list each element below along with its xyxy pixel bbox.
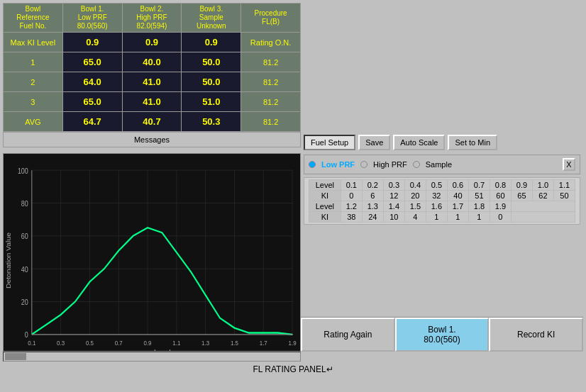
bottom-buttons: Rating Again Bowl 1.80.0(560) Record KI: [301, 317, 583, 352]
auto-scale-button[interactable]: Auto Scale: [393, 135, 445, 150]
ki-0-1: 0: [341, 191, 362, 201]
radio-group: Low PRF High PRF Sample X: [304, 155, 580, 174]
row3-bowl3: 51.0: [182, 92, 241, 112]
control-spacer: [301, 226, 583, 317]
svg-text:1.1: 1.1: [172, 339, 180, 347]
level-0-2: 0.2: [362, 180, 383, 191]
radio-indicator-high: [360, 161, 367, 168]
level-0-9: 0.9: [511, 180, 532, 191]
row3-rating: 81.2: [241, 92, 301, 112]
record-ki-button[interactable]: Record KI: [489, 318, 583, 352]
level-0-4: 0.4: [404, 180, 426, 191]
chart-area: 100 80 60 40 20 0 0.1 0.3 0.5 0.7 0.9 1.…: [3, 153, 301, 352]
col-header-reference: BowlReferenceFuel No.: [4, 4, 63, 33]
level-1-0: 1.0: [532, 180, 553, 191]
row3-bowl1: 65.0: [62, 92, 122, 112]
ki-table-section: Level 0.1 0.2 0.3 0.4 0.5 0.6 0.7 0.8 0.…: [304, 177, 580, 225]
svg-text:1.3: 1.3: [201, 339, 209, 347]
ki-0-9: 65: [511, 191, 532, 201]
main-container: BowlReferenceFuel No. Bowl 1.Low PRF80.0…: [0, 0, 586, 380]
close-button[interactable]: X: [563, 158, 575, 171]
row3-label: 3: [4, 92, 63, 112]
bottom-section: 100 80 60 40 20 0 0.1 0.3 0.5 0.7 0.9 1.…: [3, 153, 583, 352]
col-header-bowl2: Bowl 2.High PRF82.0(594): [122, 4, 182, 33]
avg-bowl1: 64.7: [62, 112, 122, 132]
data-table: BowlReferenceFuel No. Bowl 1.Low PRF80.0…: [3, 3, 301, 132]
set-to-min-button[interactable]: Set to Min: [448, 135, 497, 150]
save-button[interactable]: Save: [358, 135, 390, 150]
ki-table: Level 0.1 0.2 0.3 0.4 0.5 0.6 0.7 0.8 0.…: [309, 179, 575, 223]
ki-0-4: 20: [404, 191, 426, 201]
ki-label-2: KI: [309, 212, 341, 223]
row1-bowl3: 50.0: [182, 52, 241, 72]
level-1-6: 1.6: [426, 201, 447, 212]
col-header-procedure: ProcedureFL(B): [241, 4, 301, 33]
svg-text:0.3: 0.3: [57, 339, 65, 347]
level-0-6: 0.6: [447, 180, 468, 191]
messages-right-spacer: Fuel Setup Save Auto Scale Set to Min: [301, 132, 583, 153]
max-ki-bowl3: 0.9: [182, 33, 241, 52]
ki-0-2: 6: [362, 191, 383, 201]
level-1-9: 1.9: [490, 201, 511, 212]
ki-1-9: 0: [490, 212, 511, 223]
max-ki-bowl1: 0.9: [62, 33, 122, 52]
level-0-1: 0.1: [341, 180, 362, 191]
level-label-1: Level: [309, 180, 341, 191]
ki-1-3: 24: [362, 212, 383, 223]
row1-rating: 81.2: [241, 52, 301, 72]
avg-bowl2: 40.7: [122, 112, 182, 132]
svg-text:1.5: 1.5: [231, 339, 238, 347]
max-ki-bowl2: 0.9: [122, 33, 182, 52]
messages-label: Messages: [3, 132, 301, 147]
ki-1-7: 1: [447, 212, 468, 223]
level-1-5: 1.5: [404, 201, 426, 212]
svg-text:100: 100: [18, 167, 28, 175]
svg-text:0: 0: [25, 331, 29, 340]
level-1-8: 1.8: [468, 201, 490, 212]
ki-1-2: 38: [341, 212, 362, 223]
ki-0-6: 40: [447, 191, 468, 201]
max-ki-label: Max KI Level: [4, 33, 63, 52]
fuel-setup-bar: Fuel Setup Save Auto Scale Set to Min: [301, 132, 583, 153]
scrollbar-thumb[interactable]: [5, 353, 26, 360]
svg-text:60: 60: [21, 233, 29, 241]
col-header-bowl1: Bowl 1.Low PRF80.0(560): [62, 4, 122, 33]
low-prf-label: Low PRF: [321, 160, 355, 169]
svg-text:40: 40: [21, 265, 29, 274]
level-0-5: 0.5: [426, 180, 447, 191]
level-1-1: 1.1: [553, 180, 575, 191]
level-0-7: 0.7: [468, 180, 490, 191]
svg-text:0.1: 0.1: [28, 339, 35, 347]
row2-rating: 81.2: [241, 72, 301, 92]
svg-text:1.9: 1.9: [289, 339, 297, 347]
ki-1-4: 10: [383, 212, 404, 223]
svg-text:20: 20: [21, 298, 29, 306]
row2-bowl3: 50.0: [182, 72, 241, 92]
footer-label: FL RATING PANEL↵: [3, 362, 583, 377]
ki-1-1: 50: [553, 191, 575, 201]
col-header-bowl3: Bowl 3.SampleUnknown: [182, 4, 241, 33]
scrollbar[interactable]: [3, 352, 301, 362]
svg-text:Level: Level: [154, 347, 171, 351]
svg-text:0.7: 0.7: [115, 339, 123, 347]
ki-1-0: 62: [532, 191, 553, 201]
messages-row: Messages Fuel Setup Save Auto Scale Set …: [3, 132, 583, 153]
rating-on-label: Rating O.N.: [241, 33, 301, 52]
chart-scrollbar[interactable]: [3, 352, 301, 362]
fuel-setup-tab[interactable]: Fuel Setup: [304, 135, 355, 150]
row1-bowl1: 65.0: [62, 52, 122, 72]
avg-bowl3: 50.3: [182, 112, 241, 132]
control-panel: Low PRF High PRF Sample X Level 0.1 0.2 …: [301, 153, 583, 352]
row2-bowl1: 64.0: [62, 72, 122, 92]
rating-again-button[interactable]: Rating Again: [301, 318, 395, 352]
level-1-4: 1.4: [383, 201, 404, 212]
avg-rating: 81.2: [241, 112, 301, 132]
sample-label: Sample: [426, 160, 452, 169]
svg-text:Detonation Value: Detonation Value: [5, 233, 12, 289]
ki-label-1: KI: [309, 191, 341, 201]
chart-svg: 100 80 60 40 20 0 0.1 0.3 0.5 0.7 0.9 1.…: [4, 154, 300, 351]
radio-indicator-sample: [413, 161, 420, 168]
svg-text:0.9: 0.9: [143, 339, 151, 347]
level-1-2: 1.2: [341, 201, 362, 212]
level-0-3: 0.3: [383, 180, 404, 191]
